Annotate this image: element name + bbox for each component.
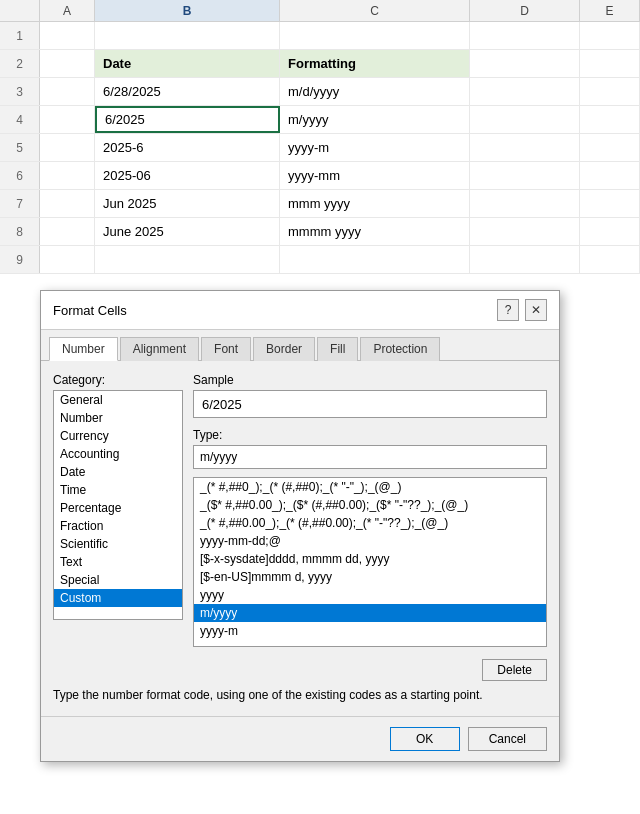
format-item-selected[interactable]: m/yyyy — [194, 604, 546, 622]
cell-3b[interactable]: 6/28/2025 — [95, 78, 280, 105]
tab-alignment[interactable]: Alignment — [120, 337, 199, 361]
cell-6c[interactable]: yyyy-mm — [280, 162, 470, 189]
category-listbox[interactable]: General Number Currency Accounting Date … — [53, 390, 183, 620]
category-currency[interactable]: Currency — [54, 427, 182, 445]
row-num: 4 — [0, 106, 40, 133]
format-item[interactable]: _($* #,##0.00_);_($* (#,##0.00);_($* "-"… — [194, 496, 546, 514]
row-num: 7 — [0, 190, 40, 217]
category-scientific[interactable]: Scientific — [54, 535, 182, 553]
cell-5b[interactable]: 2025-6 — [95, 134, 280, 161]
table-row: 4 6/2025 m/yyyy — [0, 106, 640, 134]
format-item[interactable]: yyyy — [194, 586, 546, 604]
cell-8e[interactable] — [580, 218, 640, 245]
format-list[interactable]: _(* #,##0_);_(* (#,##0);_(* "-"_);_(@_) … — [193, 477, 547, 647]
cell-2e[interactable] — [580, 50, 640, 77]
format-item[interactable]: yyyy-mm — [194, 640, 546, 647]
category-date[interactable]: Date — [54, 463, 182, 481]
table-row: 1 — [0, 22, 640, 50]
type-input[interactable] — [193, 445, 547, 469]
cell-3a[interactable] — [40, 78, 95, 105]
cell-9b[interactable] — [95, 246, 280, 273]
cell-5d[interactable] — [470, 134, 580, 161]
cell-6a[interactable] — [40, 162, 95, 189]
cell-6d[interactable] — [470, 162, 580, 189]
close-button[interactable]: ✕ — [525, 299, 547, 321]
cell-6b[interactable]: 2025-06 — [95, 162, 280, 189]
cell-4a[interactable] — [40, 106, 95, 133]
row-num: 3 — [0, 78, 40, 105]
cell-9e[interactable] — [580, 246, 640, 273]
cell-7c[interactable]: mmm yyyy — [280, 190, 470, 217]
delete-button[interactable]: Delete — [482, 659, 547, 681]
category-special[interactable]: Special — [54, 571, 182, 589]
cell-8a[interactable] — [40, 218, 95, 245]
category-text[interactable]: Text — [54, 553, 182, 571]
cell-5e[interactable] — [580, 134, 640, 161]
cell-8c[interactable]: mmmm yyyy — [280, 218, 470, 245]
cell-3d[interactable] — [470, 78, 580, 105]
category-custom[interactable]: Custom — [54, 589, 182, 607]
category-accounting[interactable]: Accounting — [54, 445, 182, 463]
cell-3c[interactable]: m/d/yyyy — [280, 78, 470, 105]
cell-1a[interactable] — [40, 22, 95, 49]
help-button[interactable]: ? — [497, 299, 519, 321]
dialog-columns: Category: General Number Currency Accoun… — [53, 373, 547, 681]
col-header-d: D — [470, 0, 580, 21]
format-item[interactable]: [$-x-sysdate]dddd, mmmm dd, yyyy — [194, 550, 546, 568]
sample-value: 6/2025 — [193, 390, 547, 418]
category-general[interactable]: General — [54, 391, 182, 409]
type-label: Type: — [193, 428, 547, 442]
table-row: 9 — [0, 246, 640, 274]
cell-4b[interactable]: 6/2025 — [95, 106, 280, 133]
tab-number[interactable]: Number — [49, 337, 118, 361]
cell-9a[interactable] — [40, 246, 95, 273]
col-header-c: C — [280, 0, 470, 21]
cell-5a[interactable] — [40, 134, 95, 161]
cell-4d[interactable] — [470, 106, 580, 133]
format-item[interactable]: [$-en-US]mmmm d, yyyy — [194, 568, 546, 586]
cell-8b[interactable]: June 2025 — [95, 218, 280, 245]
table-row: 3 6/28/2025 m/d/yyyy — [0, 78, 640, 106]
cell-7b[interactable]: Jun 2025 — [95, 190, 280, 217]
cell-1c[interactable] — [280, 22, 470, 49]
category-time[interactable]: Time — [54, 481, 182, 499]
dialog-titlebar: Format Cells ? ✕ — [41, 291, 559, 330]
cell-4e[interactable] — [580, 106, 640, 133]
cell-2a[interactable] — [40, 50, 95, 77]
category-fraction[interactable]: Fraction — [54, 517, 182, 535]
cell-7d[interactable] — [470, 190, 580, 217]
cell-9c[interactable] — [280, 246, 470, 273]
cell-2b[interactable]: Date — [95, 50, 280, 77]
row-num: 2 — [0, 50, 40, 77]
cell-9d[interactable] — [470, 246, 580, 273]
format-item[interactable]: _(* #,##0.00_);_(* (#,##0.00);_(* "-"??_… — [194, 514, 546, 532]
category-number[interactable]: Number — [54, 409, 182, 427]
tab-border[interactable]: Border — [253, 337, 315, 361]
cell-4c[interactable]: m/yyyy — [280, 106, 470, 133]
cell-1e[interactable] — [580, 22, 640, 49]
cell-7e[interactable] — [580, 190, 640, 217]
cell-2d[interactable] — [470, 50, 580, 77]
cancel-button[interactable]: Cancel — [468, 727, 547, 751]
category-section: Category: General Number Currency Accoun… — [53, 373, 183, 681]
tab-protection[interactable]: Protection — [360, 337, 440, 361]
col-header-a: A — [40, 0, 95, 21]
format-cells-dialog: Format Cells ? ✕ Number Alignment Font B… — [40, 290, 560, 762]
category-percentage[interactable]: Percentage — [54, 499, 182, 517]
format-item[interactable]: _(* #,##0_);_(* (#,##0);_(* "-"_);_(@_) — [194, 478, 546, 496]
format-item[interactable]: yyyy-mm-dd;@ — [194, 532, 546, 550]
cell-2c[interactable]: Formatting — [280, 50, 470, 77]
ok-button[interactable]: OK — [390, 727, 460, 751]
cell-7a[interactable] — [40, 190, 95, 217]
cell-3e[interactable] — [580, 78, 640, 105]
format-item[interactable]: yyyy-m — [194, 622, 546, 640]
cell-1d[interactable] — [470, 22, 580, 49]
sample-label: Sample — [193, 373, 547, 387]
tab-fill[interactable]: Fill — [317, 337, 358, 361]
cell-1b[interactable] — [95, 22, 280, 49]
tab-font[interactable]: Font — [201, 337, 251, 361]
cell-8d[interactable] — [470, 218, 580, 245]
row-num: 1 — [0, 22, 40, 49]
cell-5c[interactable]: yyyy-m — [280, 134, 470, 161]
cell-6e[interactable] — [580, 162, 640, 189]
